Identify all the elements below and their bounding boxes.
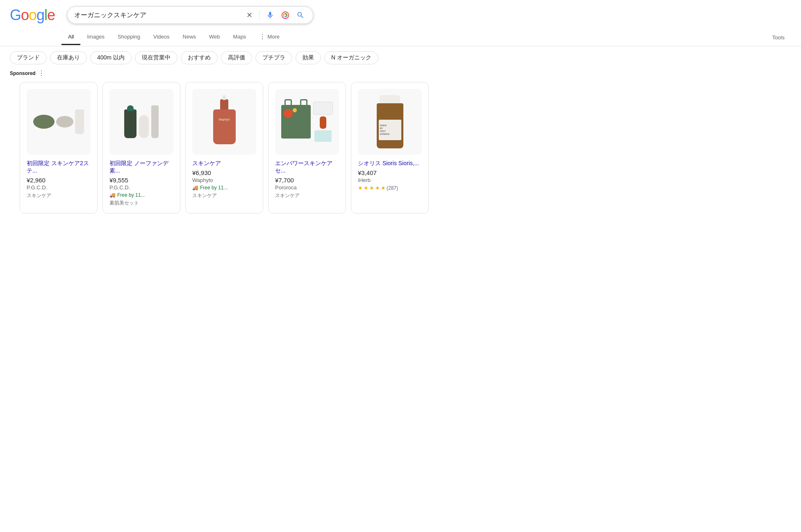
logo-letter-g: G: [10, 7, 21, 23]
sioris-label: SIORISMYFIRSTESSENCE: [379, 120, 401, 140]
logo-letter-o2: o: [29, 7, 36, 23]
product-seller-p3: Waphyto: [192, 177, 256, 183]
delivery-text-p3: Free by 11...: [200, 185, 228, 191]
search-bar: ✕: [67, 7, 313, 24]
search-submit-button[interactable]: [295, 11, 306, 19]
filter-chip-highrating[interactable]: 高評価: [221, 51, 252, 64]
tab-more-label: More: [267, 34, 280, 40]
product-delivery-p2: 🚚 Free by 11...: [109, 192, 173, 198]
product-card-p1[interactable]: 初回限定 スキンケア2ステ... ¥2,960 P.G.C.D. スキンケア: [20, 82, 98, 214]
filter-chip-brand[interactable]: ブランド: [10, 51, 47, 64]
filter-chip-instock[interactable]: 在庫あり: [50, 51, 87, 64]
voice-search-button[interactable]: [264, 11, 276, 19]
product-title-p1[interactable]: 初回限定 スキンケア2ステ...: [27, 159, 91, 174]
product-category-p4: スキンケア: [275, 192, 339, 199]
filter-chip-effect[interactable]: 効果: [296, 51, 321, 64]
review-count-p5: (287): [387, 185, 398, 191]
microphone-icon: [266, 11, 274, 19]
eco-bag-body: [281, 105, 311, 139]
dropper-neck: [220, 99, 228, 109]
clear-button[interactable]: ✕: [245, 11, 254, 20]
more-dots-icon: ⋮: [259, 33, 266, 41]
product-title-p2[interactable]: 初回限定 ノーファンデ素...: [109, 159, 173, 174]
truck-icon-p3: 🚚: [192, 185, 198, 191]
lens-icon: [281, 11, 290, 20]
search-divider: [259, 10, 259, 20]
product-category-p1: スキンケア: [27, 192, 91, 199]
product-image-p1: [27, 89, 91, 155]
product-card-p2[interactable]: 初回限定 ノーファンデ素... ¥9,555 P.G.C.D. 🚚 Free b…: [102, 82, 180, 214]
product-card-p5[interactable]: SIORISMYFIRSTESSENCE シオリス Sioris Sioris,…: [351, 82, 429, 214]
product-price-p4: ¥7,700: [275, 177, 339, 184]
bottle-tall: [151, 105, 159, 138]
product-title-p3[interactable]: スキンケア: [192, 159, 256, 167]
tab-images[interactable]: Images: [80, 30, 111, 45]
product-grid: 初回限定 スキンケア2ステ... ¥2,960 P.G.C.D. スキンケア 初…: [10, 82, 791, 223]
product-image-pgcd-soaps: [33, 109, 84, 134]
dropper-tip: [223, 95, 226, 100]
product-seller-p1: P.G.C.D.: [27, 184, 91, 191]
product-image-p2: [109, 89, 173, 155]
header: Google ✕: [0, 0, 801, 24]
dropper-label-text: Waphyto: [218, 118, 230, 121]
product-card-p4[interactable]: エンパワースキンケアセ... ¥7,700 Pororoca スキンケア: [268, 82, 346, 214]
lens-search-button[interactable]: [279, 11, 291, 20]
star-half: ★: [381, 185, 386, 191]
product-delivery-p3: 🚚 Free by 11...: [192, 185, 256, 191]
product-image-p4: [275, 89, 339, 155]
product-price-p2: ¥9,555: [109, 177, 173, 184]
tab-maps[interactable]: Maps: [227, 30, 253, 45]
product-card-p3[interactable]: Waphyto スキンケア ¥6,930 Waphyto 🚚 Free by 1…: [185, 82, 263, 214]
logo-letter-e: e: [47, 7, 55, 23]
product-seller-p4: Pororoca: [275, 184, 339, 191]
pororoca-accessories: [313, 102, 333, 142]
filter-chip-budget[interactable]: プチプラ: [255, 51, 292, 64]
product-stars-p5: ★ ★ ★ ★ ★ (287): [358, 185, 422, 191]
tab-news[interactable]: News: [176, 30, 203, 45]
search-input[interactable]: [74, 11, 241, 19]
product-image-p5: SIORISMYFIRSTESSENCE: [358, 89, 422, 155]
filter-chip-norganic[interactable]: N オーガニック: [324, 51, 378, 64]
tab-videos[interactable]: Videos: [147, 30, 176, 45]
bottle-white: [139, 115, 149, 138]
dropper-body: Waphyto: [213, 109, 236, 144]
filter-chips: ブランド 在庫あり 400m 以内 現在営業中 おすすめ 高評価 プチプラ 効果…: [0, 46, 801, 69]
tab-web[interactable]: Web: [203, 30, 227, 45]
product-image-pororoca: [275, 89, 339, 155]
sponsored-header: Sponsored ⋮: [10, 69, 791, 77]
sioris-bottle-container: SIORISMYFIRSTESSENCE: [377, 95, 403, 148]
filter-chip-recommended[interactable]: おすすめ: [181, 51, 218, 64]
bag-handle-right: [300, 99, 307, 105]
product-image-p3: Waphyto: [192, 89, 256, 155]
tab-more[interactable]: ⋮ More: [253, 29, 286, 46]
truck-icon-p2: 🚚: [109, 192, 116, 198]
star-1: ★: [358, 185, 363, 191]
product-image-sioris: SIORISMYFIRSTESSENCE: [377, 95, 403, 148]
logo-letter-o1: o: [21, 7, 29, 23]
pororoca-box: [313, 102, 333, 115]
product-title-p5[interactable]: シオリス Sioris Sioris,...: [358, 159, 422, 167]
sponsored-menu-icon[interactable]: ⋮: [38, 69, 45, 77]
sponsored-area: Sponsored ⋮ 初回限定 スキンケア2ステ... ¥2,960 P.G.…: [0, 69, 801, 223]
product-price-p5: ¥3,407: [358, 169, 422, 176]
product-category-p2: 素肌美セット: [109, 200, 173, 207]
sponsored-label: Sponsored: [10, 70, 36, 76]
dropper-bottle: Waphyto: [213, 99, 236, 144]
product-title-p4[interactable]: エンパワースキンケアセ...: [275, 159, 339, 174]
soap-green: [33, 115, 55, 129]
tab-shopping[interactable]: Shopping: [111, 30, 147, 45]
logo-letter-g2: g: [36, 7, 44, 23]
product-price-p1: ¥2,960: [27, 177, 91, 184]
tab-tools[interactable]: Tools: [766, 30, 791, 45]
product-price-p3: ¥6,930: [192, 169, 256, 176]
svg-point-0: [282, 12, 289, 19]
filter-chip-distance[interactable]: 400m 以内: [90, 51, 132, 64]
tab-all[interactable]: All: [61, 30, 80, 45]
filter-chip-open[interactable]: 現在営業中: [135, 51, 177, 64]
product-seller-p5: iHerb: [358, 177, 422, 183]
soap-bottle: [75, 109, 84, 134]
pororoca-blue-card: [314, 130, 332, 142]
product-image-dropper: Waphyto: [213, 99, 236, 144]
product-image-pgcd-bottles: [124, 105, 159, 138]
google-logo: Google: [10, 7, 55, 24]
